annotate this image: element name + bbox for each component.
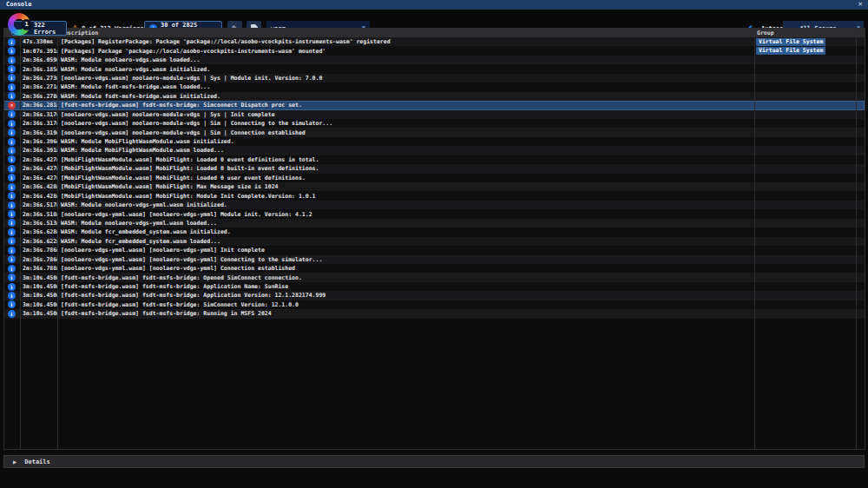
log-description: [noolaero-vdgs.wasm] noolaero-module-vdg… [57, 129, 865, 136]
info-icon: i [8, 283, 16, 291]
errors-count-label: 322 Errors [34, 22, 66, 36]
log-time: 47s.330ms [20, 38, 57, 45]
info-icon: i [8, 47, 16, 55]
log-time: 2m:36s.622ms [20, 238, 57, 245]
log-time: 3m:10s.450ms [20, 274, 57, 281]
details-expander[interactable]: ▶ Details [3, 455, 865, 468]
log-row[interactable]: i 2m:36s.517ms WASM: Module noolaero-vdg… [3, 201, 865, 209]
log-row[interactable]: i 3m:10s.450ms [fsdt-msfs-bridge.wasm] f… [3, 273, 865, 281]
info-icon: i [8, 174, 16, 181]
info-icon: i [8, 310, 16, 318]
log-description: [MobiFlightWasmModule.wasm] MobiFlight: … [57, 193, 865, 200]
group-column-header[interactable]: Group [757, 30, 774, 36]
log-description: WASM: Module noolaero-vdgs-ymml.wasm loa… [57, 220, 865, 227]
log-table-header: Time ▲ Description Group [3, 28, 865, 37]
log-row[interactable]: i 2m:36s.788ms [noolaero-vdgs-ymml.wasm]… [3, 264, 865, 273]
log-row[interactable]: i 1m:07s.391ms [Packages] Package 'packa… [3, 46, 865, 55]
log-row[interactable]: i 2m:36s.628ms WASM: Module fcr_embedded… [3, 228, 865, 236]
info-icon: i [8, 120, 16, 128]
log-time: 3m:10s.450ms [20, 292, 57, 299]
log-description: WASM: Module fcr_embedded_system.wasm in… [57, 228, 865, 235]
log-row[interactable]: i 2m:36s.427ms [MobiFlightWasmModule.was… [3, 174, 865, 182]
log-row[interactable]: i 2m:36s.622ms WASM: Module fcr_embedded… [3, 237, 865, 246]
log-row[interactable]: i 3m:10s.450ms [fsdt-msfs-bridge.wasm] f… [3, 291, 865, 300]
log-description: [noolaero-vdgs.wasm] noolaero-module-vdg… [57, 120, 865, 127]
log-description: [fsdt-msfs-bridge.wasm] fsdt-msfs-bridge… [57, 301, 865, 308]
info-icon: i [8, 274, 16, 281]
log-description: WASM: Module noolaero-vdgs.wasm loaded..… [57, 56, 865, 63]
info-icon: i [8, 237, 16, 245]
info-icon: i [8, 247, 16, 254]
info-icon: i [8, 219, 16, 227]
info-icon: i [8, 210, 16, 218]
error-badge: 1 [21, 19, 32, 30]
log-row[interactable]: i 3m:10s.450ms [fsdt-msfs-bridge.wasm] f… [3, 300, 865, 309]
log-time: 2m:36s.391ms [20, 147, 57, 154]
log-row[interactable]: i 2m:36s.427ms [MobiFlightWasmModule.was… [3, 155, 865, 164]
info-icon: i [8, 147, 16, 155]
log-description: [fsdt-msfs-bridge.wasm] fsdt-msfs-bridge… [57, 283, 865, 290]
log-row[interactable]: i 2m:36s.391ms WASM: Module MobiFlightWa… [3, 146, 865, 155]
log-row[interactable]: i 3m:10s.450ms [fsdt-msfs-bridge.wasm] f… [3, 282, 865, 291]
error-icon: ✕ [8, 102, 16, 109]
log-row[interactable]: i 2m:36s.319ms [noolaero-vdgs.wasm] nool… [3, 128, 865, 136]
log-row[interactable]: i 3m:10s.450ms [fsdt-msfs-bridge.wasm] f… [3, 309, 865, 318]
log-description: WASM: Module MobiFlightWasmModule.wasm i… [57, 138, 865, 145]
table-right-border [865, 28, 865, 449]
info-icon: i [8, 228, 16, 236]
info-icon: i [8, 129, 16, 136]
info-icon: i [8, 265, 16, 273]
log-row[interactable]: i 2m:36s.317ms [noolaero-vdgs.wasm] nool… [3, 119, 865, 128]
info-icon: i [8, 138, 16, 146]
info-icon: i [8, 165, 16, 173]
log-description: [MobiFlightWasmModule.wasm] MobiFlight: … [57, 175, 865, 181]
titlebar: Console ✕ [0, 0, 868, 10]
log-row[interactable]: i 2m:36s.396ms WASM: Module MobiFlightWa… [3, 137, 865, 146]
description-column-header[interactable]: Description [57, 30, 865, 36]
log-time: 1m:07s.391ms [20, 48, 57, 55]
log-description: WASM: Module fsdt-msfs-bridge.wasm loade… [57, 83, 865, 90]
log-row[interactable]: i 2m:36s.273ms [noolaero-vdgs.wasm] nool… [3, 74, 865, 82]
group-column-divider[interactable] [754, 28, 755, 449]
log-row[interactable]: i 2m:36s.513ms WASM: Module noolaero-vdg… [3, 219, 865, 228]
log-row[interactable]: ✕ 2m:36s.281ms [fsdt-msfs-bridge.wasm] f… [3, 101, 865, 109]
log-time: 2m:36s.786ms [20, 247, 57, 254]
log-row[interactable]: i 2m:36s.278ms WASM: Module fsdt-msfs-br… [3, 92, 865, 101]
info-icon: i [8, 92, 16, 100]
scrollbar-track[interactable] [856, 28, 857, 449]
icon-column-divider [20, 28, 21, 449]
log-time: 2m:36s.281ms [20, 102, 57, 109]
expand-arrow-icon: ▶ [13, 459, 16, 465]
close-icon[interactable]: ✕ [858, 0, 863, 10]
log-description: [noolaero-vdgs-ymml.wasm] [noolaero-vdgs… [57, 265, 865, 272]
log-row[interactable]: i 2m:36s.786ms [noolaero-vdgs-ymml.wasm]… [3, 255, 865, 264]
log-group-badge: Virtual File System [756, 38, 825, 46]
time-column-divider[interactable] [57, 28, 58, 449]
log-row[interactable]: i 2m:36s.427ms [MobiFlightWasmModule.was… [3, 164, 865, 173]
details-label: Details [24, 458, 50, 465]
table-bottom-border [3, 449, 865, 450]
log-description: [noolaero-vdgs-ymml.wasm] [noolaero-vdgs… [57, 247, 865, 254]
log-time: 2m:36s.059ms [20, 56, 57, 63]
log-row[interactable]: i 2m:36s.059ms WASM: Module noolaero-vdg… [3, 56, 865, 64]
log-row[interactable]: i 2m:36s.518ms [noolaero-vdgs-ymml.wasm]… [3, 209, 865, 218]
log-time: 2m:36s.428ms [20, 193, 57, 200]
log-description: WASM: Module noolaero-vdgs.wasm initiali… [57, 66, 865, 73]
info-icon: i [8, 74, 16, 82]
log-time: 2m:36s.513ms [20, 220, 57, 227]
log-row[interactable]: i 2m:36s.428ms [MobiFlightWasmModule.was… [3, 191, 865, 200]
log-row[interactable]: i 2m:36s.428ms [MobiFlightWasmModule.was… [3, 182, 865, 191]
log-row[interactable]: i 2m:36s.786ms [noolaero-vdgs-ymml.wasm]… [3, 246, 865, 254]
info-icon: i [8, 292, 16, 300]
log-description: WASM: Module fcr_embedded_system.wasm lo… [57, 238, 865, 245]
log-time: 2m:36s.786ms [20, 256, 57, 263]
log-row[interactable]: i 2m:36s.271ms WASM: Module fsdt-msfs-br… [3, 82, 865, 91]
log-time: 2m:36s.319ms [20, 129, 57, 136]
info-icon: i [8, 300, 16, 308]
log-row[interactable]: i 2m:36s.317ms [noolaero-vdgs.wasm] nool… [3, 110, 865, 119]
log-row[interactable]: i 2m:36s.185ms WASM: Module noolaero-vdg… [3, 64, 865, 73]
log-time: 2m:36s.518ms [20, 211, 57, 218]
log-row[interactable]: i 47s.330ms [Packages] RegisterPackage: … [3, 37, 865, 46]
log-time: 2m:36s.427ms [20, 156, 57, 163]
log-time: 2m:36s.428ms [20, 183, 57, 190]
